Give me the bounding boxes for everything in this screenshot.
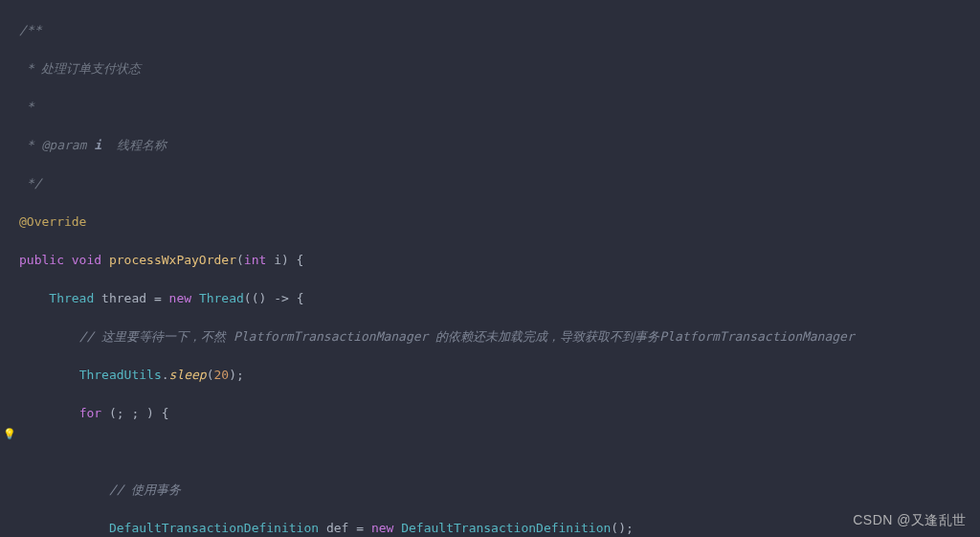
var-def: def [326,521,348,535]
kw-new: new [169,291,191,305]
doc-param-desc: 线程名称 [101,138,167,152]
annotation: @Override [19,214,86,229]
kw-int: int [244,253,266,267]
code-editor[interactable]: /** * 处理订单支付状态 * * @param i 线程名称 */ @Ove… [0,0,980,537]
doc-param-var: i [86,138,101,152]
type-thread: Thread [49,291,94,305]
watermark: CSDN @又逢乱世 [853,510,967,529]
doc-open: /** [19,23,41,37]
kw-for: for [79,406,101,420]
ctor-thread: Thread [199,291,244,305]
type-dtd: DefaultTransactionDefinition [109,521,319,535]
doc-line1: * 处理订单支付状态 [19,61,141,76]
gutter: 💡 [0,0,19,537]
doc-param-tag: * @param [19,138,86,152]
var-thread: thread [101,291,146,305]
method-name: processWxPayOrder [109,253,236,267]
lit-20: 20 [214,368,230,382]
comment-use-tx: // 使用事务 [109,482,181,497]
call-sleep: sleep [169,368,207,382]
doc-close: */ [19,176,41,190]
cls-threadutils: ThreadUtils [79,368,162,382]
ctor-dtd: DefaultTransactionDefinition [401,521,611,535]
param-i: i [274,253,281,267]
intention-bulb-icon[interactable]: 💡 [3,425,14,436]
kw-void: void [72,253,101,267]
doc-line2: * [19,100,34,114]
kw-public: public [19,253,64,267]
kw-new2: new [371,521,393,535]
comment-wait: // 这里要等待一下，不然 PlatformTransactionManager… [79,329,855,344]
